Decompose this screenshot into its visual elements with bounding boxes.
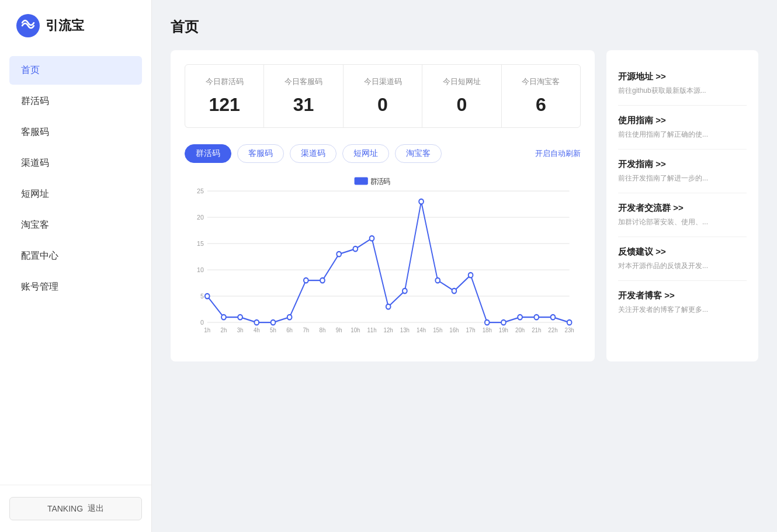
stat-label-0: 今日群活码 [195, 77, 254, 87]
svg-text:2h: 2h [221, 327, 227, 334]
svg-text:20: 20 [197, 214, 204, 221]
stat-item-0: 今日群活码121 [185, 65, 264, 127]
sidebar-item-4[interactable]: 短网址 [9, 180, 142, 208]
sidebar-item-7[interactable]: 账号管理 [9, 273, 142, 301]
sidebar-item-5[interactable]: 淘宝客 [9, 211, 142, 239]
svg-text:22h: 22h [548, 327, 557, 334]
logout-label: 退出 [88, 503, 104, 514]
svg-text:12h: 12h [384, 327, 393, 334]
link-title-0: 开源地址 >> [618, 71, 747, 82]
svg-rect-59 [355, 178, 368, 185]
chart-container: 05101520251h2h3h4h5h6h7h8h9h10h11h12h13h… [185, 172, 581, 347]
sidebar-item-2[interactable]: 客服码 [9, 118, 142, 147]
svg-point-37 [221, 315, 226, 320]
link-title-3: 开发者交流群 >> [618, 203, 747, 214]
sidebar-nav: 首页群活码客服码渠道码短网址淘宝客配置中心账号管理 [0, 51, 151, 485]
svg-point-42 [304, 278, 308, 283]
svg-point-53 [485, 320, 490, 325]
svg-text:25: 25 [197, 187, 204, 195]
chart-tabs: 群活码客服码渠道码短网址淘宝客开启自动刷新 [185, 144, 581, 163]
svg-text:15h: 15h [433, 327, 442, 334]
logo-area: 引流宝 [0, 0, 151, 51]
link-item-0[interactable]: 开源地址 >>前往github获取最新版本源... [618, 62, 747, 106]
sidebar-footer: TANKING 退出 [0, 485, 151, 532]
svg-text:0: 0 [200, 319, 204, 326]
link-item-5[interactable]: 开发者博客 >>关注开发者的博客了解更多... [618, 281, 747, 324]
svg-point-52 [469, 273, 473, 278]
svg-point-38 [238, 315, 242, 320]
svg-point-54 [501, 320, 506, 325]
svg-text:6h: 6h [286, 327, 293, 334]
svg-point-51 [452, 288, 457, 294]
link-desc-0: 前往github获取最新版本源... [618, 86, 747, 96]
svg-point-45 [353, 246, 358, 252]
svg-text:4h: 4h [254, 327, 260, 334]
stat-item-3: 今日短网址0 [422, 65, 501, 127]
svg-point-39 [254, 320, 259, 325]
content-area: 今日群活码121今日客服码31今日渠道码0今日短网址0今日淘宝客6 群活码客服码… [171, 50, 758, 361]
svg-text:8h: 8h [320, 327, 326, 334]
chart-svg: 05101520251h2h3h4h5h6h7h8h9h10h11h12h13h… [185, 172, 581, 347]
sidebar-item-6[interactable]: 配置中心 [9, 242, 142, 270]
logout-button[interactable]: TANKING 退出 [9, 497, 142, 520]
sidebar: 引流宝 首页群活码客服码渠道码短网址淘宝客配置中心账号管理 TANKING 退出 [0, 0, 152, 532]
svg-point-55 [518, 315, 522, 320]
logo-icon [16, 14, 40, 37]
link-desc-4: 对本开源作品的反馈及开发... [618, 261, 747, 271]
svg-point-40 [271, 320, 276, 325]
link-item-4[interactable]: 反馈建议 >>对本开源作品的反馈及开发... [618, 237, 747, 281]
link-title-2: 开发指南 >> [618, 159, 747, 170]
svg-point-56 [534, 315, 539, 320]
link-desc-3: 加群讨论部署安装、使用、... [618, 217, 747, 227]
svg-text:13h: 13h [400, 327, 410, 334]
main-content: 首页 今日群活码121今日客服码31今日渠道码0今日短网址0今日淘宝客6 群活码… [152, 0, 777, 532]
svg-point-58 [567, 320, 572, 325]
svg-point-49 [419, 199, 424, 204]
page-title: 首页 [171, 18, 758, 36]
link-item-1[interactable]: 使用指南 >>前往使用指南了解正确的使... [618, 106, 747, 149]
svg-point-47 [386, 304, 391, 310]
svg-text:1h: 1h [204, 327, 210, 334]
stat-item-2: 今日渠道码0 [344, 65, 422, 127]
stat-item-1: 今日客服码31 [264, 65, 343, 127]
svg-text:群活码: 群活码 [370, 178, 390, 186]
svg-text:11h: 11h [367, 327, 376, 334]
svg-text:10h: 10h [351, 327, 360, 334]
sidebar-item-1[interactable]: 群活码 [9, 87, 142, 116]
link-item-3[interactable]: 开发者交流群 >>加群讨论部署安装、使用、... [618, 193, 747, 237]
link-title-1: 使用指南 >> [618, 115, 747, 126]
svg-point-41 [287, 315, 292, 320]
left-panel: 今日群活码121今日客服码31今日渠道码0今日短网址0今日淘宝客6 群活码客服码… [171, 50, 595, 361]
svg-text:23h: 23h [565, 327, 574, 334]
svg-text:19h: 19h [499, 327, 508, 334]
chart-tab-4[interactable]: 淘宝客 [395, 144, 442, 163]
chart-tab-3[interactable]: 短网址 [342, 144, 389, 163]
right-panel: 开源地址 >>前往github获取最新版本源...使用指南 >>前往使用指南了解… [606, 50, 758, 361]
svg-text:5h: 5h [270, 327, 276, 334]
svg-point-50 [435, 278, 440, 283]
svg-text:17h: 17h [466, 327, 475, 334]
svg-point-43 [320, 278, 325, 283]
chart-tab-2[interactable]: 渠道码 [290, 144, 337, 163]
stats-row: 今日群活码121今日客服码31今日渠道码0今日短网址0今日淘宝客6 [185, 64, 581, 128]
svg-text:5: 5 [200, 293, 204, 300]
svg-point-57 [551, 315, 556, 320]
svg-text:18h: 18h [483, 327, 492, 334]
svg-text:9h: 9h [336, 327, 342, 334]
link-desc-5: 关注开发者的博客了解更多... [618, 305, 747, 315]
svg-text:15: 15 [197, 240, 204, 248]
sidebar-item-3[interactable]: 渠道码 [9, 149, 142, 178]
stat-value-2: 0 [353, 94, 412, 116]
chart-tab-1[interactable]: 客服码 [237, 144, 284, 163]
svg-point-44 [337, 252, 341, 257]
sidebar-item-0[interactable]: 首页 [9, 56, 142, 85]
auto-refresh-btn[interactable]: 开启自动刷新 [535, 148, 581, 159]
svg-point-36 [205, 294, 210, 299]
stat-item-4: 今日淘宝客6 [502, 65, 580, 127]
link-item-2[interactable]: 开发指南 >>前往开发指南了解进一步的... [618, 149, 747, 193]
svg-text:3h: 3h [237, 327, 244, 334]
svg-text:14h: 14h [417, 327, 426, 334]
stat-value-0: 121 [195, 94, 254, 116]
stat-label-4: 今日淘宝客 [511, 77, 571, 87]
chart-tab-0[interactable]: 群活码 [185, 144, 231, 163]
